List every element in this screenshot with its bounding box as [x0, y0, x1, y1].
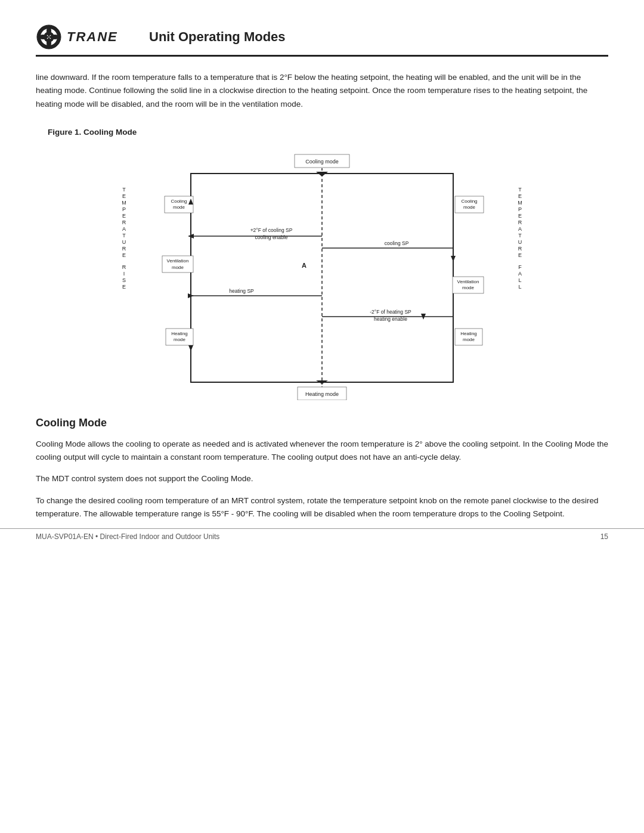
svg-text:E: E — [518, 193, 522, 199]
svg-text:R: R — [518, 219, 522, 225]
svg-text:T: T — [122, 233, 126, 239]
svg-text:T: T — [518, 187, 522, 193]
svg-text:mode: mode — [463, 205, 476, 210]
svg-text:R: R — [122, 219, 126, 225]
svg-text:M: M — [122, 200, 126, 206]
page: TRANE Unit Operating Modes line downward… — [0, 0, 644, 553]
logo-area: TRANE — [36, 24, 131, 50]
footer-right: 15 — [600, 532, 608, 541]
svg-text:A: A — [302, 262, 306, 269]
svg-text:R: R — [122, 264, 126, 270]
svg-text:M: M — [518, 200, 522, 206]
svg-text:E: E — [122, 193, 126, 199]
svg-text:Heating: Heating — [460, 331, 477, 336]
svg-text:R: R — [122, 246, 126, 252]
figure-label: Figure 1. Cooling Mode — [36, 128, 608, 137]
cooling-mode-para-2: The MDT control system does not support … — [36, 472, 608, 485]
svg-text:E: E — [122, 213, 126, 219]
svg-text:-2°F of heating SP: -2°F of heating SP — [370, 309, 411, 315]
svg-text:L: L — [518, 284, 521, 290]
svg-text:U: U — [518, 239, 522, 245]
page-title: Unit Operating Modes — [149, 29, 286, 45]
cooling-mode-para-3: To change the desired cooling room tempe… — [36, 494, 608, 521]
svg-text:heating enable: heating enable — [374, 316, 407, 322]
svg-text:Ventilation: Ventilation — [457, 279, 479, 284]
svg-text:Heating: Heating — [171, 331, 188, 336]
svg-text:A: A — [122, 226, 126, 232]
svg-text:Heating mode: Heating mode — [305, 391, 339, 397]
intro-paragraph: line downward. If the room temperature f… — [36, 71, 608, 111]
svg-text:U: U — [122, 239, 126, 245]
page-header: TRANE Unit Operating Modes — [36, 24, 608, 57]
trane-logo-text: TRANE — [67, 29, 118, 45]
svg-marker-77 — [188, 345, 193, 351]
svg-text:E: E — [122, 284, 126, 290]
svg-text:heating SP: heating SP — [229, 288, 254, 294]
svg-text:cooling SP: cooling SP — [385, 240, 409, 246]
figure-container: T E M P E R A T U R E R I S E T E M P E … — [36, 144, 608, 400]
svg-text:T: T — [518, 233, 522, 239]
footer-left: MUA-SVP01A-EN • Direct-Fired Indoor and … — [36, 532, 219, 541]
cooling-mode-para-1: Cooling Mode allows the cooling to opera… — [36, 438, 608, 465]
svg-text:cooling enable: cooling enable — [255, 234, 288, 240]
svg-text:P: P — [518, 206, 522, 212]
svg-text:F: F — [518, 264, 522, 270]
svg-text:A: A — [518, 271, 522, 277]
svg-marker-75 — [451, 256, 456, 262]
svg-text:E: E — [122, 252, 126, 258]
svg-text:L: L — [518, 277, 521, 283]
svg-text:mode: mode — [172, 265, 184, 270]
svg-text:Ventilation: Ventilation — [167, 258, 189, 264]
svg-text:R: R — [518, 246, 522, 252]
svg-text:E: E — [518, 213, 522, 219]
svg-text:S: S — [122, 277, 126, 283]
svg-text:mode: mode — [463, 337, 475, 342]
page-footer: MUA-SVP01A-EN • Direct-Fired Indoor and … — [0, 528, 644, 541]
svg-text:I: I — [123, 271, 125, 277]
left-axis-label: T — [122, 187, 126, 193]
svg-text:mode: mode — [173, 205, 185, 210]
svg-text:mode: mode — [174, 337, 186, 342]
svg-text:E: E — [518, 252, 522, 258]
svg-text:Cooling mode: Cooling mode — [305, 159, 339, 165]
svg-text:Cooling: Cooling — [171, 199, 187, 204]
trane-logo-icon — [36, 24, 62, 50]
cooling-mode-heading: Cooling Mode — [36, 417, 608, 429]
cooling-mode-diagram: T E M P E R A T U R E R I S E T E M P E … — [113, 144, 531, 400]
svg-text:mode: mode — [462, 285, 475, 290]
svg-text:Cooling: Cooling — [461, 199, 477, 204]
svg-text:P: P — [122, 206, 126, 212]
svg-text:+2°F of cooling SP: +2°F of cooling SP — [250, 227, 293, 233]
svg-text:A: A — [518, 226, 522, 232]
